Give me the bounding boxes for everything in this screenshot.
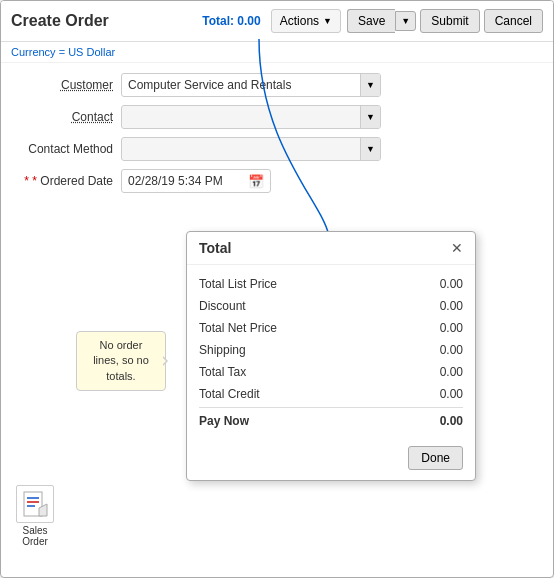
total-list-price-row: Total List Price 0.00 xyxy=(199,273,463,295)
no-order-lines-tooltip: No order lines, so no totals. xyxy=(76,331,166,391)
total-display: Total: 0.00 xyxy=(202,14,260,28)
total-popup: Total ✕ Total List Price 0.00 Discount 0… xyxy=(186,231,476,481)
contact-label: Contact xyxy=(11,110,121,124)
sales-order-svg xyxy=(21,490,49,518)
shipping-row: Shipping 0.00 xyxy=(199,339,463,361)
page-title: Create Order xyxy=(11,12,202,30)
ordered-date-value: 02/28/19 5:34 PM xyxy=(128,174,248,188)
contact-method-input[interactable]: ▼ xyxy=(121,137,381,161)
done-button[interactable]: Done xyxy=(408,446,463,470)
total-popup-title: Total xyxy=(199,240,231,256)
customer-row: Customer Computer Service and Rentals ▼ xyxy=(11,73,543,97)
sales-order-icon-image xyxy=(16,485,54,523)
contact-row: Contact ▼ xyxy=(11,105,543,129)
sales-order-icon-area[interactable]: Sales Order xyxy=(16,485,54,547)
form-area: Customer Computer Service and Rentals ▼ … xyxy=(1,63,553,211)
discount-row: Discount 0.00 xyxy=(199,295,463,317)
contact-method-row: Contact Method ▼ xyxy=(11,137,543,161)
total-popup-header: Total ✕ xyxy=(187,232,475,265)
save-dropdown-button[interactable]: ▼ xyxy=(395,11,416,31)
total-net-price-row: Total Net Price 0.00 xyxy=(199,317,463,339)
currency-bar: Currency = US Dollar xyxy=(1,42,553,63)
total-credit-row: Total Credit 0.00 xyxy=(199,383,463,405)
customer-input[interactable]: Computer Service and Rentals ▼ xyxy=(121,73,381,97)
pay-now-row: Pay Now 0.00 xyxy=(199,407,463,432)
total-popup-footer: Done xyxy=(187,440,475,480)
contact-dropdown-arrow[interactable]: ▼ xyxy=(360,106,380,128)
header-bar: Create Order Total: 0.00 Actions ▼ Save … xyxy=(1,1,553,42)
contact-input[interactable]: ▼ xyxy=(121,105,381,129)
total-popup-rows: Total List Price 0.00 Discount 0.00 Tota… xyxy=(187,265,475,440)
sales-order-label: Sales Order xyxy=(16,525,54,547)
customer-dropdown-arrow[interactable]: ▼ xyxy=(360,74,380,96)
total-value[interactable]: 0.00 xyxy=(237,14,260,28)
contact-method-dropdown-arrow[interactable]: ▼ xyxy=(360,138,380,160)
cancel-button[interactable]: Cancel xyxy=(484,9,543,33)
total-tax-row: Total Tax 0.00 xyxy=(199,361,463,383)
create-order-window: Create Order Total: 0.00 Actions ▼ Save … xyxy=(0,0,554,578)
ordered-date-row: * Ordered Date 02/28/19 5:34 PM 📅 xyxy=(11,169,543,193)
total-popup-close-button[interactable]: ✕ xyxy=(451,240,463,256)
ordered-date-input[interactable]: 02/28/19 5:34 PM 📅 xyxy=(121,169,271,193)
customer-label: Customer xyxy=(11,78,121,92)
actions-dropdown-arrow: ▼ xyxy=(323,16,332,26)
calendar-icon[interactable]: 📅 xyxy=(248,174,264,189)
customer-value: Computer Service and Rentals xyxy=(122,78,360,92)
save-button-group: Save ▼ xyxy=(347,9,416,33)
ordered-date-label: * Ordered Date xyxy=(11,174,121,188)
contact-method-label: Contact Method xyxy=(11,142,121,156)
save-button[interactable]: Save xyxy=(347,9,395,33)
submit-button[interactable]: Submit xyxy=(420,9,479,33)
actions-button[interactable]: Actions ▼ xyxy=(271,9,341,33)
